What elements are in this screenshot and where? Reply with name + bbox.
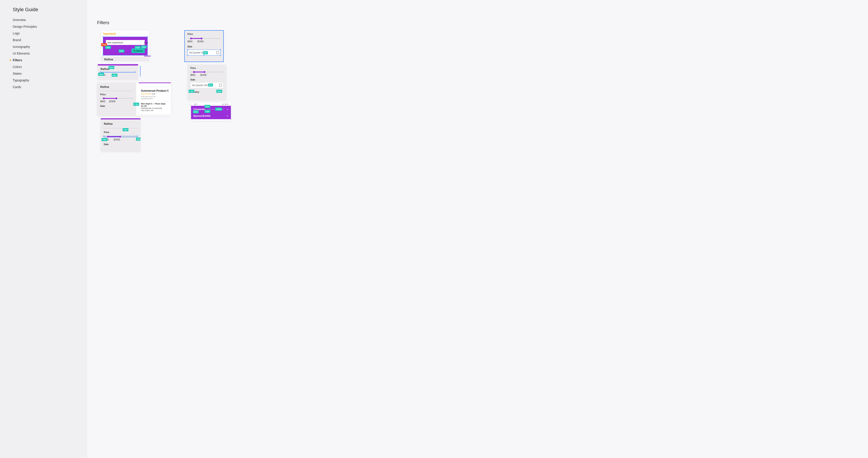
design-canvas[interactable]: haystack user experience Search <box>97 31 299 156</box>
results-count-fragment: 6 re <box>144 41 148 44</box>
spacing-badge: 15px <box>123 128 128 131</box>
sidebar-nav: Overview Design Principles Logo Brand Ic… <box>13 17 87 90</box>
spacing-badge: 18px <box>193 110 199 113</box>
thumb-refine-strip[interactable]: Refine Price 16px 16px 16px <box>98 64 138 79</box>
price-label: Price <box>100 93 133 96</box>
spacing-badge: 24px <box>141 45 147 48</box>
refine-title: Refine <box>104 122 137 126</box>
decoration <box>140 66 141 76</box>
event-dates: Mon Sept 9 — Thurs Sept 12, 20 <box>141 103 169 107</box>
card-title: Summerset Product C <box>141 89 169 92</box>
spacing-badge: 15px <box>205 105 210 108</box>
search-input[interactable]: user experience <box>106 40 145 45</box>
search-icon <box>133 50 135 52</box>
chevron-down-icon <box>226 108 229 110</box>
sidebar-item-ui-elements[interactable]: UI Elements <box>13 50 87 57</box>
spacing-badge: 15px <box>101 138 107 141</box>
date-select[interactable]: 3rd Quarter 2019 <box>190 82 223 88</box>
range-max-fragment: no limit <box>222 103 228 105</box>
spacing-badge: 17px <box>133 103 139 106</box>
event-city: Ann Arbor, MI <box>141 109 169 111</box>
star-icon: ★★★★★ <box>141 93 151 95</box>
price-low: $800 <box>187 40 192 43</box>
spacing-badge: 15px <box>105 46 111 49</box>
refine-title: Refine <box>104 58 113 61</box>
price-label: Price <box>100 74 135 76</box>
calendar-icon <box>219 84 222 87</box>
sidebar-item-filters[interactable]: Filters <box>13 57 87 64</box>
sidebar-item-iconography[interactable]: Iconography <box>13 43 87 50</box>
accordion-sponsor[interactable]: Sponsor\Exhibit <box>191 112 231 119</box>
thumb-refine-with-card[interactable]: Refine Price $800 $2400 Date <box>97 83 171 116</box>
thumb-search-header[interactable]: haystack user experience Search <box>101 31 149 61</box>
refine-title: Refine <box>100 85 133 89</box>
presented-by: PRESENTED BY SUMMERSET <box>141 96 169 100</box>
sidebar-item-overview[interactable]: Overview <box>13 17 87 23</box>
spacing-badge: 36px <box>136 137 141 141</box>
spacing-badge: 16px <box>108 66 114 69</box>
search-button-label: Search <box>136 50 143 52</box>
chevron-up-icon <box>226 115 229 117</box>
sidebar-item-brand[interactable]: Brand <box>13 37 87 43</box>
calendar-icon <box>216 51 219 54</box>
sidebar-title: Style Guide <box>13 7 87 12</box>
thumb-price-date-industry[interactable]: Price $800 $2400 Date 3rd Quarter 2019 I… <box>188 65 226 100</box>
search-input-value: user experience <box>107 41 123 44</box>
range-min-fragment: 100 <box>194 103 197 105</box>
spacing-badge: 17px <box>189 90 194 93</box>
spacing-badge: 14px <box>205 110 210 113</box>
spacing-badge: 115px <box>215 107 222 111</box>
spacing-badge: 9px <box>208 84 213 87</box>
sidebar-item-principles[interactable]: Design Principles <box>13 23 87 30</box>
price-high: $2400 <box>114 138 120 141</box>
reviews-count: (44) <box>152 93 155 95</box>
decoration <box>144 56 151 56</box>
refine-title: Refine <box>100 67 135 71</box>
date-label: Date <box>100 105 133 107</box>
page-title: Filters <box>97 20 859 25</box>
date-label: Date <box>104 143 137 145</box>
price-high: $2400 <box>200 74 207 76</box>
sidebar-item-logo[interactable]: Logo <box>13 30 87 37</box>
thumb-accordion[interactable]: 100 no limit Companies Sponsor\Exhibit 1… <box>191 103 231 121</box>
price-label: Price <box>190 67 223 69</box>
price-high: $2400 <box>197 40 204 43</box>
date-label: Date <box>190 78 223 81</box>
spacing-badge: 11px <box>135 46 141 49</box>
thumb-price-date-selected[interactable]: Price $800 $2400 Date 3rd Quarter 2019 <box>185 31 223 62</box>
price-high: $2400 <box>109 100 116 103</box>
search-button[interactable]: Search <box>131 48 145 53</box>
sidebar-item-colors[interactable]: Colors <box>13 64 87 70</box>
thumb-refine-bottom[interactable]: Refine Price $800 $2400 Date <box>101 118 141 152</box>
spacing-badge: 16px <box>112 73 118 77</box>
accordion-sponsor-label: Sponsor\Exhibit <box>193 115 211 117</box>
brand-logo-text: haystack <box>101 31 149 37</box>
sidebar-item-cards[interactable]: Cards <box>13 84 87 90</box>
sidebar-item-typography[interactable]: Typography <box>13 77 87 84</box>
spacing-badge: 52px <box>216 90 222 93</box>
main: Filters haystack user experience Search <box>87 0 868 458</box>
price-label: Price <box>104 131 137 133</box>
spacing-badge: 16px <box>98 73 104 76</box>
spacing-badge: 32px <box>119 50 124 53</box>
spacing-badge: 9px <box>203 51 208 54</box>
date-label: Date <box>187 45 221 48</box>
event-venue: Washtenaw Community <box>141 107 169 109</box>
price-label: Price <box>187 33 221 35</box>
date-select-value: 3rd Quarter 2019 <box>192 84 209 87</box>
sidebar: Style Guide Overview Design Principles L… <box>0 0 87 458</box>
price-low: $800 <box>190 74 195 76</box>
sidebar-item-states[interactable]: States <box>13 70 87 77</box>
price-low: $800 <box>100 100 105 103</box>
accordion-companies-label: Companies <box>193 108 205 110</box>
